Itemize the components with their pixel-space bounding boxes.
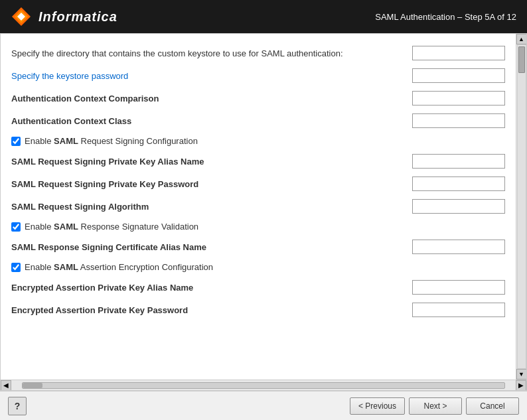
keystore-dir-input[interactable] (412, 46, 505, 60)
form-row-response-cert-alias: SAML Response Signing Certificate Alias … (11, 236, 505, 258)
signing-key-alias-label: SAML Request Signing Private Key Alias N… (11, 157, 412, 167)
form-row-signing-algorithm: SAML Request Signing Algorithm (11, 195, 505, 218)
main-wrapper: Specify the directory that contains the … (0, 33, 527, 420)
content-with-scrollbar: Specify the directory that contains the … (1, 34, 526, 380)
checkbox-row-response-validation: Enable SAML Response Signature Validatio… (11, 218, 505, 236)
form-row-auth-context-comparison: Authentication Context Comparison (11, 87, 505, 109)
auth-context-class-input[interactable] (412, 113, 505, 128)
previous-button[interactable]: < Previous (350, 397, 405, 415)
form-row-signing-key-alias: SAML Request Signing Private Key Alias N… (11, 150, 505, 173)
keystore-password-label: Specify the keystore password (11, 71, 412, 81)
scroll-left-arrow[interactable]: ◀ (1, 380, 11, 391)
footer-left: ? (8, 397, 27, 415)
enable-signing-checkbox[interactable] (11, 137, 21, 146)
checkbox-row-assertion-encryption: Enable SAML Assertion Encryption Configu… (11, 258, 505, 276)
enable-signing-label: Enable SAML Request Signing Configuratio… (25, 136, 198, 146)
encrypted-key-password-label: Encrypted Assertion Private Key Password (11, 305, 412, 315)
response-cert-alias-label: SAML Response Signing Certificate Alias … (11, 242, 412, 252)
enable-response-validation-checkbox[interactable] (11, 222, 21, 232)
form-row-encrypted-key-password: Encrypted Assertion Private Key Password (11, 299, 505, 321)
vscroll-thumb[interactable] (518, 46, 525, 73)
checkbox-row-signing: Enable SAML Request Signing Configuratio… (11, 132, 505, 150)
encrypted-key-alias-input[interactable] (412, 280, 505, 295)
content-area: Specify the directory that contains the … (0, 33, 527, 391)
enable-assertion-encryption-label: Enable SAML Assertion Encryption Configu… (25, 262, 213, 272)
encrypted-key-alias-label: Encrypted Assertion Private Key Alias Na… (11, 283, 412, 293)
enable-response-validation-label: Enable SAML Response Signature Validatio… (25, 222, 198, 232)
logo-area: Informatica (11, 6, 117, 27)
form-row-keystore-password: Specify the keystore password (11, 64, 505, 87)
vscroll-track (517, 44, 526, 369)
next-button[interactable]: Next > (409, 397, 462, 415)
keystore-dir-label: Specify the directory that contains the … (11, 48, 412, 58)
form-row-encrypted-key-alias: Encrypted Assertion Private Key Alias Na… (11, 276, 505, 299)
form-row-keystore-dir: Specify the directory that contains the … (11, 42, 505, 64)
brand-name: Informatica (38, 9, 117, 25)
encrypted-key-password-input[interactable] (412, 303, 505, 317)
signing-key-password-label: SAML Request Signing Private Key Passwor… (11, 179, 412, 189)
vertical-scrollbar: ▲ ▼ (516, 34, 526, 380)
help-button[interactable]: ? (8, 397, 27, 415)
wizard-step-title: SAML Authentication – Step 5A of 12 (375, 12, 516, 22)
auth-context-class-label: Authentication Context Class (11, 116, 412, 126)
hscroll-track (22, 382, 505, 389)
scroll-right-arrow[interactable]: ▶ (516, 380, 526, 391)
auth-context-comparison-label: Authentication Context Comparison (11, 94, 412, 104)
keystore-password-input[interactable] (412, 68, 505, 83)
form-row-auth-context-class: Authentication Context Class (11, 109, 505, 132)
auth-context-comparison-input[interactable] (412, 91, 505, 105)
horizontal-scrollbar: ◀ ▶ (1, 380, 526, 390)
signing-key-alias-input[interactable] (412, 154, 505, 169)
enable-assertion-encryption-checkbox[interactable] (11, 263, 21, 272)
footer: ? < Previous Next > Cancel (0, 391, 527, 420)
cancel-button[interactable]: Cancel (466, 397, 519, 415)
signing-algorithm-label: SAML Request Signing Algorithm (11, 202, 412, 212)
signing-key-password-input[interactable] (412, 176, 505, 191)
scroll-down-arrow[interactable]: ▼ (516, 369, 527, 380)
footer-right: < Previous Next > Cancel (350, 397, 519, 415)
header: Informatica SAML Authentication – Step 5… (0, 0, 527, 33)
hscroll-thumb[interactable] (23, 383, 42, 388)
signing-algorithm-input[interactable] (412, 199, 505, 214)
response-cert-alias-input[interactable] (412, 240, 505, 254)
informatica-logo-icon (11, 6, 32, 27)
scroll-up-arrow[interactable]: ▲ (516, 34, 527, 44)
form-row-signing-key-password: SAML Request Signing Private Key Passwor… (11, 173, 505, 195)
scrollable-content: Specify the directory that contains the … (1, 34, 516, 380)
